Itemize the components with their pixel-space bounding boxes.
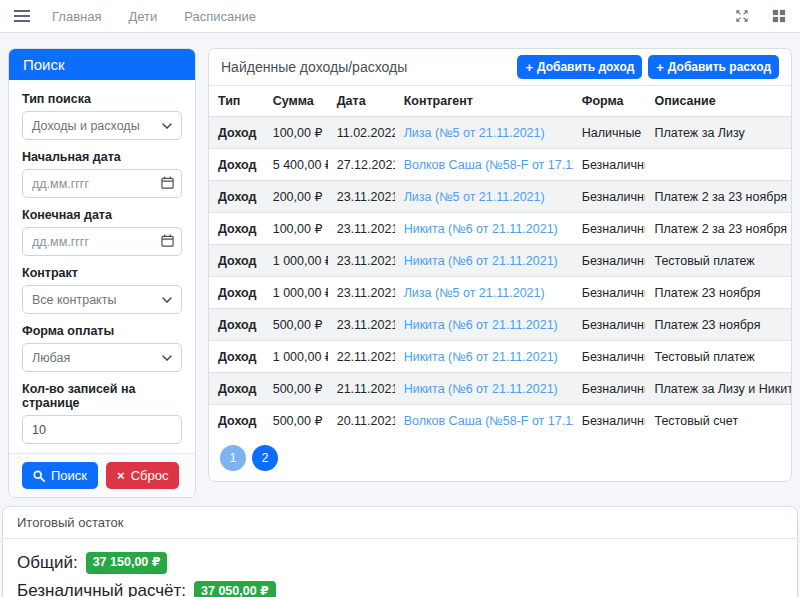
cell-description: Тестовый платеж: [645, 341, 791, 373]
table-row: Доход 5 400,00 ₽ 27.12.2021 Волков Саша …: [209, 149, 791, 181]
cell-form: Безналичные: [573, 341, 646, 373]
contractor-link[interactable]: Лиза (№5 от 21.11.2021): [404, 126, 545, 140]
grid-icon: [772, 9, 786, 23]
fullscreen-button[interactable]: [735, 9, 749, 23]
contractor-link[interactable]: Никита (№6 от 21.11.2021): [404, 222, 558, 236]
grid-menu-button[interactable]: [772, 9, 786, 23]
results-table: Тип Сумма Дата Контрагент Форма Описание…: [209, 86, 791, 436]
payment-form-value: Любая: [32, 351, 70, 365]
add-income-label: Добавить доход: [537, 60, 634, 74]
cell-description: Платеж за Лизу: [645, 117, 791, 149]
cell-description: Платеж 2 за 23 ноября: [645, 213, 791, 245]
total-cashless-badge: 37 050,00 ₽: [194, 581, 276, 597]
cell-amount: 500,00 ₽: [264, 373, 328, 405]
menu-icon[interactable]: [14, 9, 30, 23]
start-date-label: Начальная дата: [22, 150, 182, 164]
total-overall: Общий: 37 150,00 ₽: [17, 552, 783, 574]
nav-link-schedule[interactable]: Расписание: [184, 9, 256, 24]
cell-type: Доход: [209, 117, 264, 149]
search-card: Поиск Тип поиска Доходы и расходы Началь…: [8, 48, 196, 498]
cell-form: Безналичные: [573, 181, 646, 213]
cell-amount: 1 000,00 ₽: [264, 277, 328, 309]
fullscreen-icon: [735, 9, 749, 23]
contractor-link[interactable]: Волков Саша (№58-F от 17.11.2021): [404, 414, 573, 428]
contractor-link[interactable]: Лиза (№5 от 21.11.2021): [404, 190, 545, 204]
add-expense-label: Добавить расход: [668, 60, 771, 74]
nav-link-children[interactable]: Дети: [128, 9, 157, 24]
total-cashless: Безналичный расчёт: 37 050,00 ₽: [17, 581, 783, 597]
search-button[interactable]: Поиск: [22, 462, 98, 489]
nav-links: Главная Дети Расписание: [52, 9, 256, 24]
search-actions: Поиск × Сброс: [9, 453, 195, 497]
col-header-contractor: Контрагент: [395, 86, 573, 117]
cell-amount: 500,00 ₽: [264, 309, 328, 341]
nav-link-home[interactable]: Главная: [52, 9, 101, 24]
page-button-1[interactable]: 1: [220, 445, 246, 471]
contractor-link[interactable]: Никита (№6 от 21.11.2021): [404, 350, 558, 364]
cell-form: Безналичные: [573, 213, 646, 245]
contractor-link[interactable]: Никита (№6 от 21.11.2021): [404, 382, 558, 396]
start-date-input[interactable]: [22, 169, 182, 198]
top-navbar: Главная Дети Расписание: [0, 0, 800, 33]
cell-type: Доход: [209, 181, 264, 213]
cell-amount: 500,00 ₽: [264, 405, 328, 437]
table-row: Доход 1 000,00 ₽ 23.11.2021 Лиза (№5 от …: [209, 277, 791, 309]
cell-amount: 200,00 ₽: [264, 181, 328, 213]
add-buttons: + Добавить доход + Добавить расход: [517, 55, 779, 79]
chevron-down-icon: [162, 123, 172, 129]
contractor-link[interactable]: Лиза (№5 от 21.11.2021): [404, 286, 545, 300]
navbar-right: [735, 9, 786, 23]
table-header-row: Тип Сумма Дата Контрагент Форма Описание: [209, 86, 791, 117]
table-row: Доход 200,00 ₽ 23.11.2021 Лиза (№5 от 21…: [209, 181, 791, 213]
contractor-link[interactable]: Никита (№6 от 21.11.2021): [404, 318, 558, 332]
contractor-link[interactable]: Волков Саша (№58-F от 17.11.2021): [404, 158, 573, 172]
col-header-description: Описание: [645, 86, 791, 117]
plus-icon: +: [525, 61, 533, 74]
add-income-button[interactable]: + Добавить доход: [517, 55, 642, 79]
cell-type: Доход: [209, 277, 264, 309]
cell-date: 23.11.2021: [328, 245, 395, 277]
search-type-value: Доходы и расходы: [32, 119, 140, 133]
contract-select[interactable]: Все контракты: [22, 285, 182, 314]
table-row: Доход 500,00 ₽ 23.11.2021 Никита (№6 от …: [209, 309, 791, 341]
cell-date: 20.11.2021: [328, 405, 395, 437]
cell-form: Безналичные: [573, 277, 646, 309]
table-row: Доход 500,00 ₽ 21.11.2021 Никита (№6 от …: [209, 373, 791, 405]
cell-type: Доход: [209, 341, 264, 373]
cell-date: 23.11.2021: [328, 181, 395, 213]
table-row: Доход 500,00 ₽ 20.11.2021 Волков Саша (№…: [209, 405, 791, 437]
cell-form: Безналичные: [573, 373, 646, 405]
cell-description: [645, 149, 791, 181]
search-type-select[interactable]: Доходы и расходы: [22, 111, 182, 140]
cell-amount: 5 400,00 ₽: [264, 149, 328, 181]
table-row: Доход 1 000,00 ₽ 22.11.2021 Никита (№6 о…: [209, 341, 791, 373]
cell-amount: 100,00 ₽: [264, 117, 328, 149]
cell-type: Доход: [209, 149, 264, 181]
cell-date: 21.11.2021: [328, 373, 395, 405]
end-date-label: Конечная дата: [22, 208, 182, 222]
cell-date: 22.11.2021: [328, 341, 395, 373]
total-cashless-label: Безналичный расчёт:: [17, 581, 186, 597]
totals-title: Итоговый остаток: [3, 507, 797, 539]
per-page-input[interactable]: [22, 415, 182, 444]
cell-date: 23.11.2021: [328, 277, 395, 309]
page-button-2[interactable]: 2: [252, 445, 278, 471]
payment-form-select[interactable]: Любая: [22, 343, 182, 372]
cell-form: Наличные: [573, 117, 646, 149]
cell-type: Доход: [209, 405, 264, 437]
cell-type: Доход: [209, 373, 264, 405]
chevron-down-icon: [162, 297, 172, 303]
results-card: Найденные доходы/расходы + Добавить дохо…: [208, 48, 792, 482]
col-header-form: Форма: [573, 86, 646, 117]
close-icon: ×: [117, 469, 125, 482]
add-expense-button[interactable]: + Добавить расход: [648, 55, 779, 79]
contractor-link[interactable]: Никита (№6 от 21.11.2021): [404, 254, 558, 268]
cell-description: Платеж 2 за 23 ноября: [645, 181, 791, 213]
cell-amount: 100,00 ₽: [264, 213, 328, 245]
totals-card: Итоговый остаток Общий: 37 150,00 ₽ Безн…: [2, 506, 798, 597]
hamburger-icon: [14, 9, 30, 23]
end-date-input[interactable]: [22, 227, 182, 256]
reset-button[interactable]: × Сброс: [106, 462, 179, 489]
total-overall-badge: 37 150,00 ₽: [86, 552, 168, 574]
search-icon: [33, 470, 45, 482]
